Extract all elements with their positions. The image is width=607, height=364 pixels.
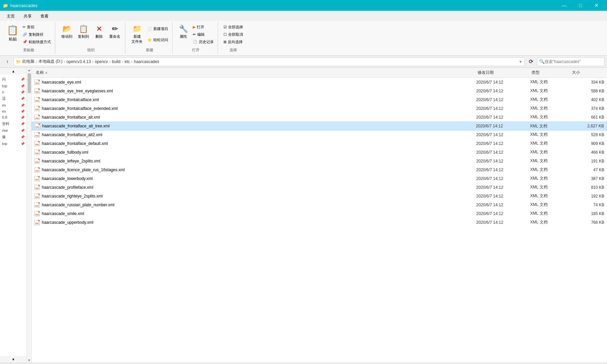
header-type[interactable]: 类型 [530,69,571,76]
search-input[interactable] [545,59,602,64]
table-row[interactable]: XML haarcascade_frontalface_alt_tree.xml… [32,122,607,130]
select-all-button[interactable]: ☑ 全部选择 [222,24,244,30]
refresh-button[interactable]: ⟳ [526,57,536,66]
table-row[interactable]: XML haarcascade_frontalcatface.xml 2020/… [32,95,607,104]
table-row[interactable]: XML haarcascade_licence_plate_rus_16stag… [32,165,607,174]
path-opencv[interactable]: opencv [95,59,108,64]
path-this-pc[interactable]: 此电脑 [22,59,34,64]
pin-icon[interactable]: 📌 [21,90,25,94]
history-button[interactable]: 🕐 历史记录 [191,39,215,45]
scroll-up-btn[interactable]: ▲ [27,68,32,72]
sidebar-item[interactable]: 问 📌 [0,76,27,83]
sidebar-item-label: 0.8 [2,115,7,119]
delete-button[interactable]: ✕ 删除 [92,23,106,40]
tab-share[interactable]: 共享 [20,12,36,21]
tab-home[interactable]: 主页 [3,12,19,21]
path-dropdown[interactable]: ▼ [519,60,522,64]
scroll-track[interactable] [27,72,31,358]
sidebar-item[interactable]: 适 📌 [0,95,27,102]
table-row[interactable]: XML haarcascade_frontalface_alt2.xml 202… [32,130,607,139]
pin-icon[interactable]: 📌 [21,84,25,88]
search-box[interactable]: 🔍 [537,57,604,66]
table-row[interactable]: XML haarcascade_frontalface_default.xml … [32,139,607,148]
table-row[interactable]: XML haarcascade_russian_plate_number.xml… [32,201,607,209]
rename-button[interactable]: ✏ 重命名 [107,23,122,40]
table-row[interactable]: XML haarcascade_profileface.xml 2020/6/7… [32,183,607,192]
sidebar-item[interactable]: rive 📌 [0,127,27,133]
vertical-scrollbar[interactable]: ▲ ▼ [27,68,32,363]
new-item-button[interactable]: 📄 新建项目 [146,26,170,32]
xml-icon: XML [34,88,40,94]
paste-shortcut-button[interactable]: 📌 粘贴快捷方式 [21,39,52,45]
pin-icon[interactable]: 📌 [21,78,25,81]
file-name-cell: XML haarcascade_eye_tree_eyeglasses.xml [34,88,476,94]
up-button[interactable]: ↑ [3,57,12,66]
sidebar-item[interactable]: es 📌 [0,108,27,114]
header-name[interactable]: 名称 ∧ [34,69,476,76]
pin-icon[interactable]: 📌 [21,97,25,100]
table-row[interactable]: XML haarcascade_lefteye_2splits.xml 2020… [32,157,607,165]
path-opencv-version[interactable]: opencv3.4.13 [66,59,91,64]
path-drive-d[interactable]: 本地磁盘 (D:) [38,59,62,64]
easy-access-button[interactable]: ⭐ 轻松访问 [146,37,170,43]
select-none-button[interactable]: ☐ 全部取消 [222,31,244,38]
close-button[interactable]: ✕ [589,0,604,11]
table-row[interactable]: XML haarcascade_frontalface_alt.xml 2020… [32,113,607,122]
table-row[interactable]: XML haarcascade_frontalcatface_extended.… [32,104,607,113]
xml-icon: XML [34,106,40,111]
pin-icon[interactable]: 📌 [21,122,25,126]
properties-icon: 🔧 [179,25,188,33]
sidebar-item[interactable]: n 📌 [0,89,27,95]
sidebar-item[interactable]: top 📌 [0,141,27,147]
header-size[interactable]: 大小 [571,69,604,76]
new-item-icon: 📄 [147,27,152,31]
header-date[interactable]: 修改日期 [476,69,530,76]
new-folder-button[interactable]: 📁 新建 文件夹 [129,23,145,46]
edit-button[interactable]: ✏ 编辑 [191,31,215,38]
scroll-thumb[interactable] [28,73,31,93]
open-button[interactable]: ▶ 打开 [191,24,215,30]
table-row[interactable]: XML haarcascade_lowerbody.xml 2020/6/7 1… [32,174,607,183]
maximize-button[interactable]: □ [573,0,588,11]
table-row[interactable]: XML haarcascade_eye.xml 2020/6/7 14:12 X… [32,78,607,87]
file-type: XML 文档 [530,114,571,120]
sidebar-item[interactable]: es 📌 [0,102,27,108]
file-name-cell: XML haarcascade_smile.xml [34,211,476,216]
path-build[interactable]: build [112,59,120,64]
pin-icon[interactable]: 📌 [21,142,25,146]
path-etc[interactable]: etc [124,59,130,64]
pin-icon[interactable]: 📌 [21,110,25,113]
file-date: 2020/6/7 14:12 [476,176,530,181]
pin-icon[interactable]: 📌 [21,135,25,139]
file-list-container: 名称 ∧ 修改日期 类型 大小 XML haarcascade_eye.xml [32,68,607,363]
sidebar-item[interactable]: 资料 📌 [0,120,27,127]
file-type: XML 文档 [530,105,571,111]
cut-button[interactable]: ✂ 剪切 [21,24,52,30]
sidebar-scroll-down[interactable]: ▼ [0,356,27,363]
table-row[interactable]: XML haarcascade_upperbody.xml 2020/6/7 1… [32,218,607,227]
address-path[interactable]: 📁 此电脑 › 本地磁盘 (D:) › opencv3.4.13 › openc… [13,57,525,66]
scroll-down-btn[interactable]: ▼ [27,358,32,363]
copy-path-button[interactable]: 🔗 复制路径 [21,31,52,38]
copy-to-button[interactable]: 📋 复制到 [76,23,91,40]
file-date: 2020/6/7 14:12 [476,185,530,190]
properties-button[interactable]: 🔧 属性 [177,23,190,40]
invert-select-button[interactable]: ⊞ 反向选择 [222,39,244,45]
table-row[interactable]: XML haarcascade_righteye_2splits.xml 202… [32,192,607,201]
tab-view[interactable]: 查看 [36,12,53,21]
pin-icon[interactable]: 📌 [21,116,25,119]
path-haarcascades[interactable]: haarcascades [134,59,159,64]
paste-button[interactable]: 📋 粘贴 [5,23,20,43]
sidebar-item[interactable]: top 📌 [0,83,27,89]
table-row[interactable]: XML haarcascade_eye_tree_eyeglasses.xml … [32,87,607,95]
table-row[interactable]: XML haarcascade_fullbody.xml 2020/6/7 14… [32,148,607,157]
pin-icon[interactable]: 📌 [21,129,25,132]
file-type: XML 文档 [530,211,571,216]
sidebar-scroll-up[interactable]: ▲ [0,68,27,74]
sidebar-item[interactable]: 像 📌 [0,133,27,141]
table-row[interactable]: XML haarcascade_smile.xml 2020/6/7 14:12… [32,209,607,218]
minimize-button[interactable]: — [556,0,572,11]
move-to-button[interactable]: 📂 移动到 [59,23,74,40]
sidebar-item[interactable]: 0.8 📌 [0,114,27,120]
pin-icon[interactable]: 📌 [21,103,25,107]
